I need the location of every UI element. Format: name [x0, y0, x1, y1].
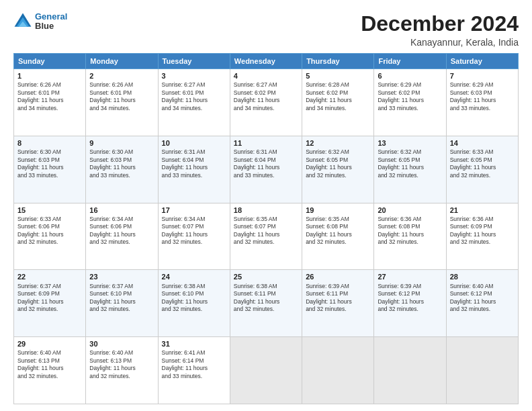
day-info: Sunrise: 6:31 AM Sunset: 6:04 PM Dayligh…: [234, 148, 298, 179]
calendar-header-cell: Wednesday: [230, 54, 302, 69]
day-info: Sunrise: 6:35 AM Sunset: 6:07 PM Dayligh…: [234, 216, 298, 246]
calendar-day-cell: 19Sunrise: 6:35 AM Sunset: 6:08 PM Dayli…: [302, 203, 374, 270]
logo-icon: [13, 12, 32, 31]
day-number: 30: [89, 339, 154, 349]
header: General Blue December 2024 Kanayannur, K…: [13, 12, 519, 48]
calendar-day-cell: 11Sunrise: 6:31 AM Sunset: 6:04 PM Dayli…: [230, 136, 302, 203]
day-number: 10: [162, 138, 226, 148]
logo: General Blue: [13, 12, 67, 32]
day-number: 9: [89, 138, 154, 148]
day-number: 19: [306, 205, 370, 215]
calendar-day-cell: 2Sunrise: 6:26 AM Sunset: 6:01 PM Daylig…: [86, 69, 158, 136]
day-info: Sunrise: 6:37 AM Sunset: 6:09 PM Dayligh…: [17, 283, 82, 314]
day-number: 21: [450, 205, 515, 215]
day-info: Sunrise: 6:29 AM Sunset: 6:03 PM Dayligh…: [450, 81, 515, 112]
calendar-table: SundayMondayTuesdayWednesdayThursdayFrid…: [13, 53, 519, 404]
day-number: 8: [17, 138, 82, 148]
day-number: 11: [234, 138, 298, 148]
day-number: 16: [89, 205, 154, 215]
calendar-header-cell: Sunday: [14, 54, 86, 69]
day-number: 12: [306, 138, 370, 148]
day-info: Sunrise: 6:35 AM Sunset: 6:08 PM Dayligh…: [306, 216, 370, 246]
calendar-week-row: 22Sunrise: 6:37 AM Sunset: 6:09 PM Dayli…: [14, 270, 519, 337]
calendar-week-row: 8Sunrise: 6:30 AM Sunset: 6:03 PM Daylig…: [14, 136, 519, 203]
calendar-header-cell: Friday: [374, 54, 446, 69]
day-info: Sunrise: 6:32 AM Sunset: 6:05 PM Dayligh…: [378, 148, 442, 179]
calendar-header-cell: Tuesday: [158, 54, 230, 69]
calendar-day-cell: 4Sunrise: 6:27 AM Sunset: 6:02 PM Daylig…: [230, 69, 302, 136]
day-info: Sunrise: 6:34 AM Sunset: 6:06 PM Dayligh…: [89, 216, 154, 246]
day-number: 6: [378, 71, 442, 81]
page: General Blue December 2024 Kanayannur, K…: [0, 0, 532, 411]
day-info: Sunrise: 6:26 AM Sunset: 6:01 PM Dayligh…: [89, 81, 154, 112]
calendar-day-cell: 9Sunrise: 6:30 AM Sunset: 6:03 PM Daylig…: [86, 136, 158, 203]
day-info: Sunrise: 6:30 AM Sunset: 6:03 PM Dayligh…: [17, 148, 82, 179]
day-info: Sunrise: 6:36 AM Sunset: 6:09 PM Dayligh…: [450, 216, 515, 246]
calendar-day-cell: 3Sunrise: 6:27 AM Sunset: 6:01 PM Daylig…: [158, 69, 230, 136]
day-info: Sunrise: 6:39 AM Sunset: 6:11 PM Dayligh…: [306, 283, 370, 314]
logo-text: General Blue: [35, 12, 67, 32]
calendar-header-cell: Monday: [86, 54, 158, 69]
calendar-header-row: SundayMondayTuesdayWednesdayThursdayFrid…: [14, 54, 519, 69]
calendar-day-cell: 17Sunrise: 6:34 AM Sunset: 6:07 PM Dayli…: [158, 203, 230, 270]
calendar-day-cell: 12Sunrise: 6:32 AM Sunset: 6:05 PM Dayli…: [302, 136, 374, 203]
day-number: 23: [89, 272, 154, 281]
day-info: Sunrise: 6:27 AM Sunset: 6:01 PM Dayligh…: [162, 81, 226, 112]
calendar-day-cell: 6Sunrise: 6:29 AM Sunset: 6:02 PM Daylig…: [374, 69, 446, 136]
calendar-day-cell: 16Sunrise: 6:34 AM Sunset: 6:06 PM Dayli…: [86, 203, 158, 270]
day-number: 1: [17, 71, 82, 81]
calendar-day-cell: 26Sunrise: 6:39 AM Sunset: 6:11 PM Dayli…: [302, 270, 374, 337]
calendar-day-cell: 24Sunrise: 6:38 AM Sunset: 6:10 PM Dayli…: [158, 270, 230, 337]
calendar-week-row: 15Sunrise: 6:33 AM Sunset: 6:06 PM Dayli…: [14, 203, 519, 270]
calendar-day-cell: 13Sunrise: 6:32 AM Sunset: 6:05 PM Dayli…: [374, 136, 446, 203]
day-info: Sunrise: 6:38 AM Sunset: 6:11 PM Dayligh…: [234, 283, 298, 314]
calendar-day-cell: 25Sunrise: 6:38 AM Sunset: 6:11 PM Dayli…: [230, 270, 302, 337]
calendar-day-cell: 31Sunrise: 6:41 AM Sunset: 6:14 PM Dayli…: [158, 337, 230, 404]
day-number: 20: [378, 205, 442, 215]
title-block: December 2024 Kanayannur, Kerala, India: [361, 12, 519, 48]
day-info: Sunrise: 6:28 AM Sunset: 6:02 PM Dayligh…: [306, 81, 370, 112]
day-number: 13: [378, 138, 442, 148]
day-info: Sunrise: 6:34 AM Sunset: 6:07 PM Dayligh…: [162, 216, 226, 246]
calendar-day-cell: 18Sunrise: 6:35 AM Sunset: 6:07 PM Dayli…: [230, 203, 302, 270]
day-info: Sunrise: 6:41 AM Sunset: 6:14 PM Dayligh…: [162, 349, 226, 380]
day-number: 17: [162, 205, 226, 215]
calendar-day-cell: 1Sunrise: 6:26 AM Sunset: 6:01 PM Daylig…: [14, 69, 86, 136]
calendar-day-cell: 14Sunrise: 6:33 AM Sunset: 6:05 PM Dayli…: [446, 136, 518, 203]
calendar-day-cell: [446, 337, 518, 404]
day-number: 25: [234, 272, 298, 281]
day-number: 3: [162, 71, 226, 81]
day-info: Sunrise: 6:27 AM Sunset: 6:02 PM Dayligh…: [234, 81, 298, 112]
day-info: Sunrise: 6:36 AM Sunset: 6:08 PM Dayligh…: [378, 216, 442, 246]
calendar-day-cell: 23Sunrise: 6:37 AM Sunset: 6:10 PM Dayli…: [86, 270, 158, 337]
calendar-day-cell: 10Sunrise: 6:31 AM Sunset: 6:04 PM Dayli…: [158, 136, 230, 203]
day-info: Sunrise: 6:30 AM Sunset: 6:03 PM Dayligh…: [89, 148, 154, 179]
day-info: Sunrise: 6:38 AM Sunset: 6:10 PM Dayligh…: [162, 283, 226, 314]
day-number: 18: [234, 205, 298, 215]
calendar-day-cell: 29Sunrise: 6:40 AM Sunset: 6:13 PM Dayli…: [14, 337, 86, 404]
calendar-header-cell: Thursday: [302, 54, 374, 69]
calendar-week-row: 1Sunrise: 6:26 AM Sunset: 6:01 PM Daylig…: [14, 69, 519, 136]
day-info: Sunrise: 6:40 AM Sunset: 6:13 PM Dayligh…: [17, 349, 82, 380]
calendar-day-cell: 20Sunrise: 6:36 AM Sunset: 6:08 PM Dayli…: [374, 203, 446, 270]
calendar-day-cell: 28Sunrise: 6:40 AM Sunset: 6:12 PM Dayli…: [446, 270, 518, 337]
day-number: 22: [17, 272, 82, 281]
calendar-day-cell: 7Sunrise: 6:29 AM Sunset: 6:03 PM Daylig…: [446, 69, 518, 136]
calendar-day-cell: 8Sunrise: 6:30 AM Sunset: 6:03 PM Daylig…: [14, 136, 86, 203]
day-info: Sunrise: 6:40 AM Sunset: 6:13 PM Dayligh…: [89, 349, 154, 380]
day-number: 7: [450, 71, 515, 81]
day-number: 31: [162, 339, 226, 349]
calendar-header-cell: Saturday: [446, 54, 518, 69]
day-number: 24: [162, 272, 226, 281]
calendar-day-cell: 30Sunrise: 6:40 AM Sunset: 6:13 PM Dayli…: [86, 337, 158, 404]
calendar-day-cell: [302, 337, 374, 404]
calendar-day-cell: [374, 337, 446, 404]
day-number: 29: [17, 339, 82, 349]
day-number: 5: [306, 71, 370, 81]
calendar-day-cell: [230, 337, 302, 404]
day-number: 15: [17, 205, 82, 215]
day-info: Sunrise: 6:39 AM Sunset: 6:12 PM Dayligh…: [378, 283, 442, 314]
calendar-week-row: 29Sunrise: 6:40 AM Sunset: 6:13 PM Dayli…: [14, 337, 519, 404]
day-info: Sunrise: 6:37 AM Sunset: 6:10 PM Dayligh…: [89, 283, 154, 314]
day-info: Sunrise: 6:26 AM Sunset: 6:01 PM Dayligh…: [17, 81, 82, 112]
